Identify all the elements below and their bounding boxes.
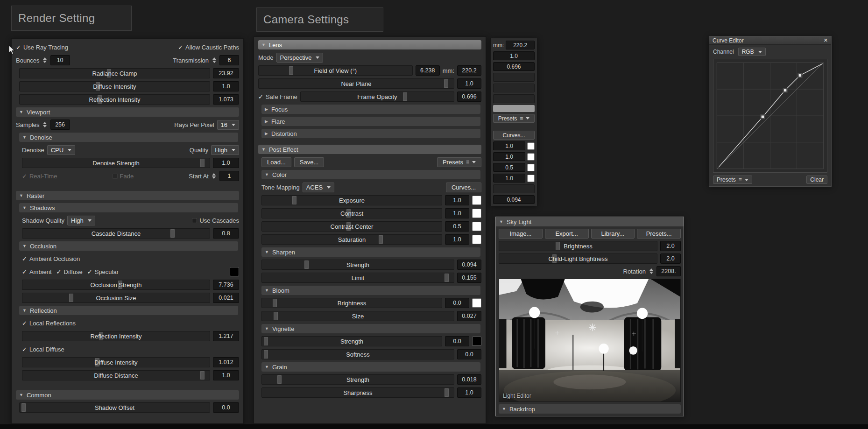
bounces-spinner[interactable] [42, 57, 48, 63]
contrast-color-swatch[interactable] [472, 209, 481, 218]
vignette-strength-slider[interactable]: Strength [261, 336, 442, 346]
vignette-color-swatch[interactable] [472, 337, 481, 346]
save-button[interactable]: Save... [294, 157, 324, 167]
rays-per-pixel-dropdown[interactable]: 16 [217, 120, 239, 130]
slider-handle[interactable] [277, 375, 282, 384]
presets-button[interactable]: Presets≡ [437, 157, 481, 167]
contrast-value[interactable]: 1.0 [445, 208, 469, 218]
denoise-strength-value[interactable]: 1.0 [213, 158, 239, 168]
radiance-clamp-value[interactable]: 23.92 [213, 68, 239, 78]
start-at-value[interactable]: 1 [219, 171, 239, 181]
section-grain[interactable]: ▼Grain [261, 362, 480, 372]
slider-handle[interactable] [556, 242, 560, 250]
allow-caustic-paths-checkbox[interactable]: ✓Allow Caustic Paths [178, 44, 239, 51]
near-plane-value[interactable]: 1.0 [493, 51, 535, 60]
mm-value[interactable]: 220.2 [457, 65, 481, 76]
rotation-value[interactable]: 2208. [656, 266, 681, 276]
bloom-color-swatch[interactable] [472, 298, 481, 308]
transmission-value[interactable]: 6 [219, 55, 239, 65]
slider-handle[interactable] [445, 388, 449, 397]
collapsed-section-partial[interactable] [493, 73, 535, 82]
color-swatch[interactable] [527, 175, 535, 182]
cascade-distance-slider[interactable]: Cascade Distance [22, 228, 210, 239]
spinner-up-icon[interactable] [212, 57, 216, 60]
section-reflection[interactable]: ▼Reflection [19, 306, 238, 315]
exposure-slider[interactable]: Exposure [261, 195, 442, 205]
section-shadows[interactable]: ▼Shadows [19, 203, 238, 212]
occlusion-strength-value[interactable]: 7.736 [213, 280, 239, 290]
frame-opacity-value[interactable]: 0.696 [457, 91, 481, 102]
spinner-up-icon[interactable] [649, 268, 653, 271]
library-button[interactable]: Library... [591, 229, 635, 239]
saturation-value[interactable]: 1.0 [493, 174, 525, 183]
section-common[interactable]: ▼Common [16, 390, 239, 400]
vignette-softness-slider[interactable]: Softness [261, 349, 454, 359]
frame-opacity-slider[interactable]: Frame Opacity [300, 91, 454, 102]
grain-strength-slider[interactable]: Strength [261, 374, 454, 385]
section-viewport[interactable]: ▼Viewport [16, 107, 239, 117]
saturation-value[interactable]: 1.0 [445, 234, 469, 245]
exposure-value[interactable]: 1.0 [493, 141, 525, 150]
color-swatch[interactable] [527, 164, 535, 171]
spinner-up-icon[interactable] [212, 173, 216, 176]
tone-mapping-dropdown[interactable]: ACES [303, 183, 334, 192]
frame-opacity-value[interactable]: 0.696 [493, 62, 535, 71]
curve-graph[interactable] [713, 59, 827, 173]
slider-handle[interactable] [379, 235, 383, 244]
occlusion-size-value[interactable]: 0.021 [213, 293, 239, 303]
curves-button[interactable]: Curves... [493, 131, 535, 140]
spinner-down-icon[interactable] [212, 61, 216, 63]
image-button[interactable]: Image... [499, 229, 543, 239]
start-at-spinner[interactable] [212, 173, 217, 179]
child-light-brightness-slider[interactable]: Child-Light Brightness [499, 253, 657, 264]
slider-handle[interactable] [69, 294, 73, 302]
diffuse-checkbox[interactable]: ✓Diffuse [56, 268, 83, 275]
grain-strength-value[interactable]: 0.018 [457, 374, 481, 385]
spinner-up-icon[interactable] [43, 122, 47, 124]
rotation-spinner[interactable] [649, 268, 654, 274]
presets-button[interactable]: Presets≡ [493, 114, 535, 123]
spinner-up-icon[interactable] [43, 57, 47, 60]
occlusion-color-swatch[interactable] [230, 267, 239, 276]
specular-checkbox[interactable]: ✓Specular [87, 268, 119, 275]
section-denoise[interactable]: ▼Denoise [19, 133, 238, 142]
backdrop-header[interactable]: ▼Backdrop [499, 404, 681, 414]
section-sharpen[interactable]: ▼Sharpen [261, 247, 480, 257]
curves-button[interactable]: Curves... [446, 183, 481, 192]
slider-handle[interactable] [445, 274, 449, 282]
bounces-value[interactable]: 10 [50, 55, 70, 65]
spinner-down-icon[interactable] [43, 125, 47, 127]
load-button[interactable]: Load... [261, 157, 291, 167]
section-raster[interactable]: ▼Raster [16, 191, 239, 200]
contrast-slider[interactable]: Contrast [261, 208, 442, 218]
sky-panorama-image[interactable]: Light Editor [499, 279, 681, 402]
close-icon[interactable]: ✕ [824, 37, 828, 43]
shadow-offset-value[interactable]: 0.0 [213, 402, 239, 413]
section-focus[interactable]: ▶Focus [261, 105, 480, 114]
sharpen-strength-value[interactable]: 0.094 [457, 260, 481, 270]
fov-value[interactable]: 6.238 [416, 65, 440, 76]
fov-slider[interactable]: Field of View (°) [258, 65, 413, 76]
bloom-brightness-slider[interactable]: Brightness [261, 298, 442, 308]
local-reflections-checkbox[interactable]: ✓Local Reflections [22, 320, 76, 327]
sharpen-strength-value[interactable]: 0.094 [493, 195, 535, 204]
presets-button[interactable]: Presets≡ [713, 176, 752, 184]
section-bloom[interactable]: ▼Bloom [261, 286, 480, 295]
denoise-quality-dropdown[interactable]: High [211, 145, 239, 155]
section-lens[interactable]: ▼Lens [258, 40, 481, 49]
denoise-mode-dropdown[interactable]: CPU [47, 145, 75, 155]
bloom-size-slider[interactable]: Size [261, 311, 454, 321]
slider-handle[interactable] [289, 66, 293, 75]
slider-handle[interactable] [200, 371, 205, 380]
slider-handle[interactable] [200, 159, 205, 167]
spinner-down-icon[interactable] [43, 61, 47, 63]
vignette-softness-value[interactable]: 0.0 [457, 349, 481, 359]
denoise-strength-slider[interactable]: Denoise Strength [22, 158, 210, 168]
near-plane-value[interactable]: 1.0 [457, 78, 481, 89]
contrast-value[interactable]: 1.0 [493, 152, 525, 161]
occlusion-strength-slider[interactable]: Occlusion Strength [22, 280, 210, 290]
real-time-checkbox[interactable]: ✓Real-Time [22, 173, 57, 180]
bloom-size-value[interactable]: 0.027 [457, 311, 481, 321]
collapsed-section-partial[interactable] [493, 94, 535, 103]
ambient-occlusion-checkbox[interactable]: ✓Ambient Occlusion [22, 255, 80, 262]
